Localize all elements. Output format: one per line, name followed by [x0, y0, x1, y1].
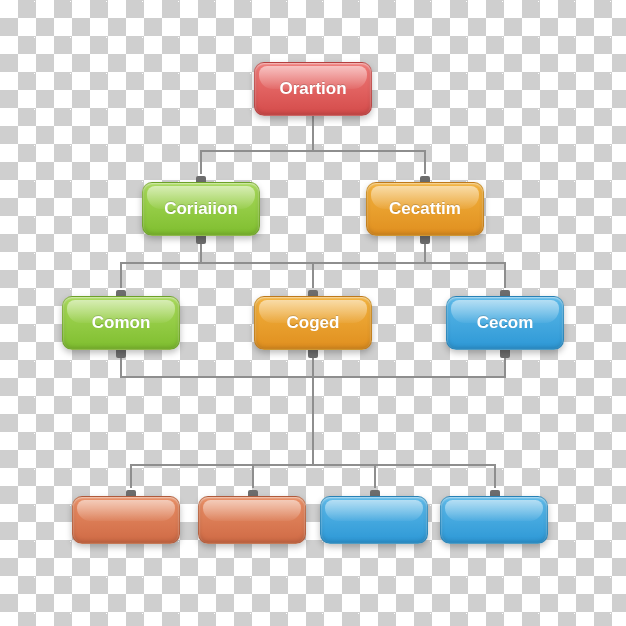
node-label: Coged	[287, 313, 340, 333]
node-l3a: Comon	[62, 296, 180, 350]
node-l4b	[198, 496, 306, 544]
node-l4d	[440, 496, 548, 544]
connector	[504, 262, 506, 288]
node-label: Cecattim	[389, 199, 461, 219]
connector	[374, 464, 376, 488]
connector	[120, 262, 122, 288]
node-l3b: Coged	[254, 296, 372, 350]
connector	[494, 464, 496, 488]
node-l4a	[72, 496, 180, 544]
node-root: Orartion	[254, 62, 372, 116]
node-label: Coriaiion	[164, 199, 238, 219]
node-label: Orartion	[279, 79, 346, 99]
connector	[130, 464, 132, 488]
node-l4c	[320, 496, 428, 544]
node-l2a: Coriaiion	[142, 182, 260, 236]
connector	[312, 376, 314, 464]
connector-nub	[116, 350, 126, 358]
node-label: Cecom	[477, 313, 534, 333]
connector	[252, 464, 254, 488]
connector	[424, 150, 426, 174]
node-label: Comon	[92, 313, 151, 333]
connector-nub	[308, 350, 318, 358]
connector	[312, 116, 314, 150]
connector-nub	[500, 350, 510, 358]
connector	[130, 464, 496, 466]
connector-nub	[196, 236, 206, 244]
node-l2b: Cecattim	[366, 182, 484, 236]
connector	[312, 262, 314, 288]
connector	[200, 150, 426, 152]
org-chart-canvas: Orartion Coriaiion Cecattim Comon Coged …	[0, 0, 626, 626]
node-l3c: Cecom	[446, 296, 564, 350]
connector	[200, 150, 202, 174]
connector-nub	[420, 236, 430, 244]
